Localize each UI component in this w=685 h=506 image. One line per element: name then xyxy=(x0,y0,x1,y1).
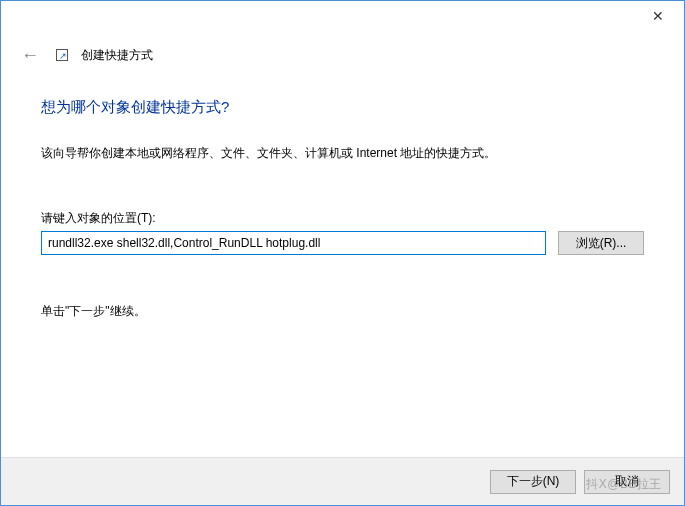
content-area: 想为哪个对象创建快捷方式? 该向导帮你创建本地或网络程序、文件、文件夹、计算机或… xyxy=(1,78,684,340)
titlebar: ✕ xyxy=(1,1,684,31)
cancel-button[interactable]: 取消 xyxy=(584,470,670,494)
description-text: 该向导帮你创建本地或网络程序、文件、文件夹、计算机或 Internet 地址的快… xyxy=(41,145,644,162)
wizard-header: ← 创建快捷方式 xyxy=(1,31,684,78)
continue-hint: 单击"下一步"继续。 xyxy=(41,303,644,320)
page-heading: 想为哪个对象创建快捷方式? xyxy=(41,98,644,117)
wizard-title: 创建快捷方式 xyxy=(81,47,153,64)
close-button[interactable]: ✕ xyxy=(638,3,678,29)
footer-bar: 下一步(N) 取消 xyxy=(1,457,684,505)
next-button[interactable]: 下一步(N) xyxy=(490,470,576,494)
back-arrow-icon: ← xyxy=(15,43,45,68)
location-label: 请键入对象的位置(T): xyxy=(41,210,644,227)
close-icon: ✕ xyxy=(652,8,664,24)
shortcut-icon xyxy=(55,48,71,64)
browse-button[interactable]: 浏览(R)... xyxy=(558,231,644,255)
location-input[interactable] xyxy=(41,231,546,255)
input-row: 浏览(R)... xyxy=(41,231,644,255)
